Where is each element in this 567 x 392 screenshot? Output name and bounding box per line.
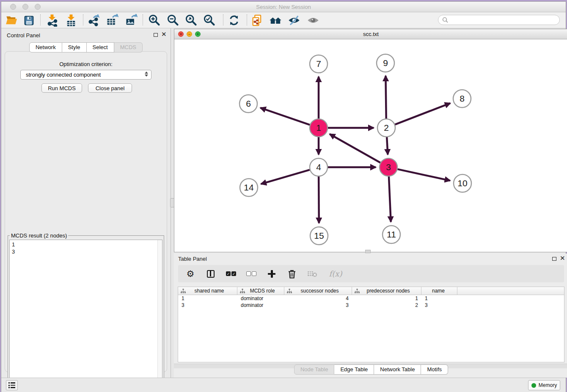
- column-type-icon: [287, 289, 292, 293]
- tab-select[interactable]: Select: [87, 42, 114, 52]
- run-mcds-button[interactable]: Run MCDS: [41, 83, 82, 93]
- tab-edge-table[interactable]: Edge Table: [334, 364, 374, 375]
- optimization-criterion-select[interactable]: strongly connected component: [20, 70, 151, 80]
- table-panel-title: Table Panel: [178, 256, 207, 262]
- table-panel: Table Panel ✕ ⚙ ✓✓ f(x) shared name: [174, 254, 567, 378]
- graph-node-label-6: 6: [246, 99, 251, 108]
- graph-edge-3-1[interactable]: [330, 134, 380, 163]
- home-layout-icon[interactable]: [268, 14, 283, 27]
- cell-shared-name[interactable]: 1: [178, 295, 237, 301]
- column-type-icon: [181, 289, 186, 293]
- cell-successor-nodes[interactable]: 4: [284, 295, 352, 301]
- table-header-row: shared name MCDS role successor nodes pr…: [178, 287, 564, 295]
- graph-edges: [260, 76, 450, 223]
- task-history-button[interactable]: [6, 380, 18, 390]
- control-panel-tabs: Network Style Select MCDS: [1, 42, 171, 52]
- application-window: Session: New Session: [1, 1, 566, 392]
- graph-edge-3-10[interactable]: [397, 169, 450, 181]
- graph-edge-4-14[interactable]: [261, 170, 310, 184]
- duplicate-network-icon[interactable]: [250, 14, 264, 27]
- export-network-icon[interactable]: [86, 14, 101, 27]
- cell-predecessor-nodes[interactable]: 1: [352, 295, 421, 301]
- export-image-icon[interactable]: [124, 14, 138, 27]
- memory-status-icon: [531, 383, 536, 388]
- cell-predecessor-nodes[interactable]: 2: [352, 302, 421, 308]
- close-panel-button[interactable]: Close panel: [88, 83, 132, 93]
- graph-node-label-2: 2: [384, 123, 389, 133]
- deselect-all-rows-icon[interactable]: [246, 268, 257, 279]
- close-panel-icon[interactable]: ✕: [161, 32, 167, 36]
- cell-mcds-role[interactable]: dominator: [237, 302, 284, 308]
- zoom-out-icon[interactable]: [165, 14, 180, 27]
- tab-network[interactable]: Network: [29, 42, 62, 52]
- graph-node-label-3: 3: [386, 162, 391, 172]
- search-input[interactable]: [450, 17, 559, 24]
- network-graph[interactable]: 7968124314101511: [174, 39, 567, 252]
- import-network-icon[interactable]: [45, 14, 59, 27]
- graph-node-label-1: 1: [316, 123, 321, 133]
- hide-unhide-icon[interactable]: [287, 14, 301, 27]
- table-tabs: Node Table Edge Table Network Table Moti…: [174, 364, 567, 375]
- zoom-selected-icon[interactable]: [202, 14, 216, 27]
- open-file-icon[interactable]: [4, 14, 19, 27]
- show-graphics-icon[interactable]: [306, 14, 320, 27]
- graph-edge-2-9[interactable]: [385, 76, 386, 119]
- float-table-panel-icon[interactable]: [552, 257, 556, 261]
- import-table-icon[interactable]: [64, 14, 78, 27]
- column-header-predecessor-nodes[interactable]: predecessor nodes: [352, 287, 421, 295]
- cell-name[interactable]: 3: [421, 302, 457, 308]
- float-panel-icon[interactable]: [154, 33, 158, 37]
- mcds-result-line: 3: [12, 248, 160, 255]
- graph-edge-2-3[interactable]: [387, 137, 388, 155]
- tab-motifs[interactable]: Motifs: [421, 364, 448, 375]
- table-row[interactable]: 3 dominator 3 2 3: [178, 302, 564, 309]
- save-session-icon[interactable]: [22, 14, 36, 27]
- graph-edge-4-15[interactable]: [319, 177, 319, 223]
- toolbar-separator: [83, 14, 84, 25]
- column-visibility-icon[interactable]: [205, 268, 216, 279]
- tab-network-table[interactable]: Network Table: [374, 364, 421, 375]
- search-field[interactable]: [438, 15, 560, 25]
- cell-successor-nodes[interactable]: 3: [284, 302, 352, 308]
- window-titlebar: Session: New Session: [1, 2, 566, 12]
- graph-edge-3-11[interactable]: [389, 177, 391, 222]
- add-column-icon[interactable]: [266, 268, 277, 279]
- column-header-mcds-role[interactable]: MCDS role: [237, 287, 284, 295]
- export-table-icon[interactable]: [105, 14, 119, 27]
- delete-column-icon[interactable]: [286, 268, 297, 279]
- main-toolbar: [1, 12, 566, 28]
- column-header-name[interactable]: name: [421, 287, 457, 295]
- table-row[interactable]: 1 dominator 4 1 1: [178, 295, 564, 302]
- horizontal-splitter-grip[interactable]: [365, 250, 371, 253]
- column-header-successor-nodes[interactable]: successor nodes: [284, 287, 352, 295]
- graph-node-label-9: 9: [383, 58, 388, 68]
- close-table-panel-icon[interactable]: ✕: [560, 256, 565, 260]
- mcds-result-text[interactable]: 1 3: [9, 240, 162, 391]
- cell-mcds-role[interactable]: dominator: [237, 295, 284, 301]
- column-header-shared-name[interactable]: shared name: [178, 287, 237, 295]
- graph-edge-2-8[interactable]: [395, 103, 450, 124]
- tab-style[interactable]: Style: [62, 42, 87, 52]
- select-all-rows-icon[interactable]: ✓✓: [226, 268, 237, 279]
- optimization-criterion-value: strongly connected component: [26, 72, 101, 78]
- graph-node-label-14: 14: [244, 182, 254, 192]
- tab-node-table[interactable]: Node Table: [294, 364, 335, 375]
- graph-node-label-10: 10: [457, 178, 467, 188]
- memory-label: Memory: [539, 382, 557, 388]
- control-panel-title: Control Panel: [7, 32, 40, 39]
- graph-node-label-4: 4: [316, 162, 321, 172]
- refresh-icon[interactable]: [227, 14, 241, 27]
- graph-node-label-7: 7: [316, 59, 321, 69]
- zoom-in-icon[interactable]: [147, 14, 161, 27]
- memory-button[interactable]: Memory: [528, 380, 560, 390]
- mcds-result-legend: MCDS result (2 nodes): [10, 232, 68, 239]
- cell-shared-name[interactable]: 3: [178, 302, 237, 308]
- tab-mcds[interactable]: MCDS: [114, 42, 143, 52]
- network-view-window: ✕ − + scc.txt 7968124314101511: [174, 29, 567, 252]
- graph-edge-1-6[interactable]: [260, 108, 310, 125]
- table-settings-gear-icon[interactable]: ⚙: [185, 268, 196, 279]
- cell-name[interactable]: 1: [421, 295, 457, 301]
- mcds-panel-body: Optimization criterion: strongly connect…: [5, 51, 167, 372]
- result-scrollbar[interactable]: [157, 240, 162, 391]
- zoom-fit-icon[interactable]: [184, 14, 198, 27]
